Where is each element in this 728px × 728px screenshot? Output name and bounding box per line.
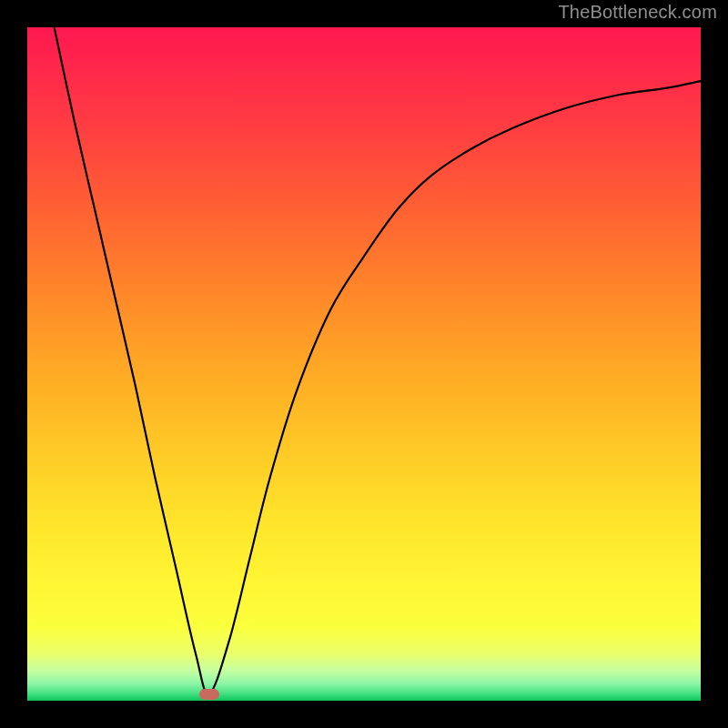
optimal-point-marker	[199, 689, 219, 700]
plot-area	[27, 27, 701, 701]
curve-svg	[27, 27, 701, 701]
watermark-text: TheBottleneck.com	[558, 2, 717, 23]
bottleneck-curve	[55, 27, 701, 694]
chart-stage: TheBottleneck.com	[0, 0, 728, 728]
